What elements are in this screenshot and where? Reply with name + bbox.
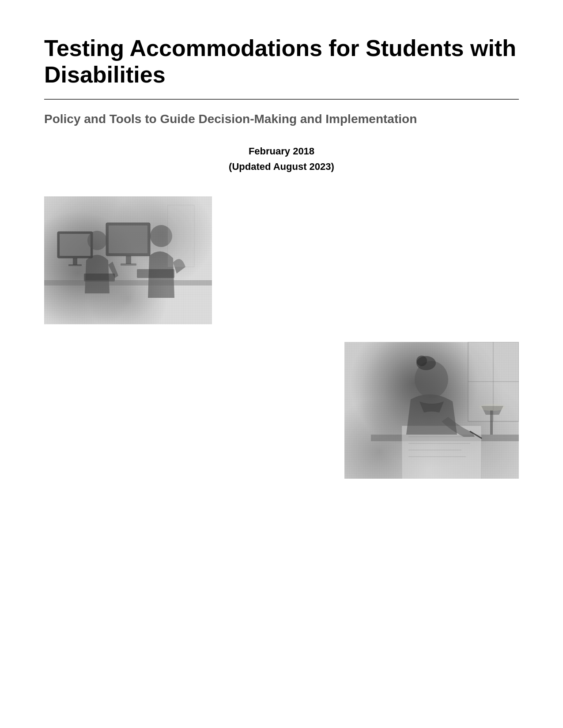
date-primary: February 2018 <box>44 143 519 159</box>
page-title: Testing Accommodations for Students with… <box>44 35 519 88</box>
svg-point-8 <box>87 231 107 250</box>
svg-rect-14 <box>168 205 194 267</box>
svg-point-26 <box>416 356 427 366</box>
svg-rect-11 <box>137 269 174 278</box>
date-block: February 2018 (Updated August 2023) <box>44 143 519 174</box>
svg-rect-12 <box>44 280 212 285</box>
image-student-writing <box>344 342 519 479</box>
date-updated: (Updated August 2023) <box>44 159 519 174</box>
image-students-computers <box>44 196 212 324</box>
svg-rect-1 <box>60 234 91 256</box>
title-divider <box>44 99 519 100</box>
page-subtitle: Policy and Tools to Guide Decision-Makin… <box>44 110 519 128</box>
svg-rect-2 <box>73 258 77 265</box>
svg-point-29 <box>479 404 506 411</box>
svg-rect-7 <box>121 263 136 266</box>
svg-rect-5 <box>109 225 147 253</box>
svg-rect-6 <box>126 256 131 264</box>
svg-rect-3 <box>68 264 82 266</box>
images-container <box>44 196 519 527</box>
